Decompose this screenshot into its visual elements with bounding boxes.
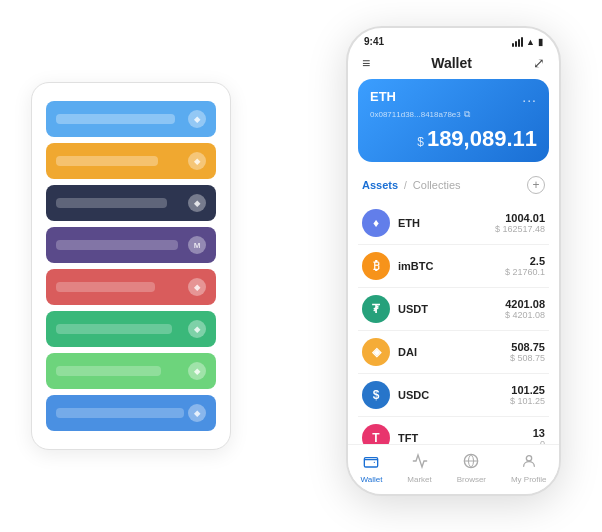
- asset-amounts-tft: 130: [533, 427, 545, 444]
- nav-icon-browser: [463, 453, 479, 473]
- asset-amount-usd: $ 508.75: [510, 353, 545, 363]
- asset-amount-usd: $ 101.25: [510, 396, 545, 406]
- card-item-7[interactable]: ◆: [46, 395, 216, 431]
- card-item-4[interactable]: ◆: [46, 269, 216, 305]
- asset-amount-main: 4201.08: [505, 298, 545, 310]
- eth-address: 0x08711d38...8418a78e3 ⧉: [370, 109, 537, 120]
- asset-amounts-usdc: 101.25$ 101.25: [510, 384, 545, 406]
- asset-icon-usdc: $: [362, 381, 390, 409]
- scene: ◆◆◆M◆◆◆◆ 9:41 ▲ ▮ ≡ Wallet ⤢: [21, 16, 581, 516]
- asset-row-usdt[interactable]: ₮USDT4201.08$ 4201.08: [358, 288, 549, 331]
- status-time: 9:41: [364, 36, 384, 47]
- tab-separator: /: [404, 180, 407, 191]
- asset-row-imbtc[interactable]: ₿imBTC2.5$ 21760.1: [358, 245, 549, 288]
- nav-item-browser[interactable]: Browser: [457, 453, 486, 484]
- eth-label: ETH: [370, 89, 396, 104]
- asset-list: ♦ETH1004.01$ 162517.48₿imBTC2.5$ 21760.1…: [348, 202, 559, 444]
- phone: 9:41 ▲ ▮ ≡ Wallet ⤢ ETH ...: [346, 26, 561, 496]
- asset-name-eth: ETH: [398, 217, 495, 229]
- battery-icon: ▮: [538, 37, 543, 47]
- wifi-icon: ▲: [526, 37, 535, 47]
- asset-amount-usd: $ 4201.08: [505, 310, 545, 320]
- phone-header: ≡ Wallet ⤢: [348, 51, 559, 79]
- nav-icon-profile: [521, 453, 537, 473]
- asset-amount-main: 508.75: [510, 341, 545, 353]
- page-title: Wallet: [431, 55, 472, 71]
- eth-card-top: ETH ...: [370, 89, 537, 105]
- nav-item-market[interactable]: Market: [407, 453, 431, 484]
- eth-card[interactable]: ETH ... 0x08711d38...8418a78e3 ⧉ $ 189,0…: [358, 79, 549, 162]
- asset-amounts-usdt: 4201.08$ 4201.08: [505, 298, 545, 320]
- eth-balance: 189,089.11: [427, 126, 537, 152]
- asset-amounts-eth: 1004.01$ 162517.48: [495, 212, 545, 234]
- asset-name-usdt: USDT: [398, 303, 505, 315]
- tab-assets[interactable]: Assets: [362, 179, 398, 191]
- assets-tabs: Assets / Collecties: [362, 179, 461, 191]
- assets-header: Assets / Collecties +: [348, 172, 559, 202]
- asset-row-dai[interactable]: ◈DAI508.75$ 508.75: [358, 331, 549, 374]
- asset-icon-usdt: ₮: [362, 295, 390, 323]
- svg-point-3: [526, 456, 531, 461]
- nav-item-profile[interactable]: My Profile: [511, 453, 547, 484]
- asset-icon-eth: ♦: [362, 209, 390, 237]
- asset-name-usdc: USDC: [398, 389, 510, 401]
- bottom-nav: WalletMarketBrowserMy Profile: [348, 444, 559, 494]
- asset-amount-usd: $ 21760.1: [505, 267, 545, 277]
- nav-label-market: Market: [407, 475, 431, 484]
- asset-amount-usd: $ 162517.48: [495, 224, 545, 234]
- card-item-2[interactable]: ◆: [46, 185, 216, 221]
- card-item-6[interactable]: ◆: [46, 353, 216, 389]
- nav-icon-market: [412, 453, 428, 473]
- nav-label-profile: My Profile: [511, 475, 547, 484]
- asset-icon-tft: T: [362, 424, 390, 444]
- asset-amount-main: 2.5: [505, 255, 545, 267]
- card-item-1[interactable]: ◆: [46, 143, 216, 179]
- status-icons: ▲ ▮: [512, 37, 543, 47]
- status-bar: 9:41 ▲ ▮: [348, 28, 559, 51]
- card-item-3[interactable]: M: [46, 227, 216, 263]
- card-item-5[interactable]: ◆: [46, 311, 216, 347]
- nav-label-browser: Browser: [457, 475, 486, 484]
- asset-amount-main: 101.25: [510, 384, 545, 396]
- asset-icon-imbtc: ₿: [362, 252, 390, 280]
- tab-collectibles[interactable]: Collecties: [413, 179, 461, 191]
- asset-row-usdc[interactable]: $USDC101.25$ 101.25: [358, 374, 549, 417]
- asset-amounts-imbtc: 2.5$ 21760.1: [505, 255, 545, 277]
- eth-dollar-sign: $: [417, 135, 424, 149]
- asset-name-tft: TFT: [398, 432, 533, 444]
- asset-amount-main: 1004.01: [495, 212, 545, 224]
- nav-label-wallet: Wallet: [360, 475, 382, 484]
- copy-icon[interactable]: ⧉: [464, 109, 470, 120]
- asset-amount-main: 13: [533, 427, 545, 439]
- asset-name-imbtc: imBTC: [398, 260, 505, 272]
- nav-icon-wallet: [363, 453, 379, 473]
- expand-icon[interactable]: ⤢: [533, 55, 545, 71]
- signal-icon: [512, 37, 523, 47]
- menu-icon[interactable]: ≡: [362, 55, 370, 71]
- asset-row-tft[interactable]: TTFT130: [358, 417, 549, 444]
- asset-name-dai: DAI: [398, 346, 510, 358]
- asset-amounts-dai: 508.75$ 508.75: [510, 341, 545, 363]
- eth-more-button[interactable]: ...: [522, 89, 537, 105]
- add-asset-button[interactable]: +: [527, 176, 545, 194]
- card-stack: ◆◆◆M◆◆◆◆: [31, 82, 231, 450]
- asset-icon-dai: ◈: [362, 338, 390, 366]
- nav-item-wallet[interactable]: Wallet: [360, 453, 382, 484]
- card-item-0[interactable]: ◆: [46, 101, 216, 137]
- asset-row-eth[interactable]: ♦ETH1004.01$ 162517.48: [358, 202, 549, 245]
